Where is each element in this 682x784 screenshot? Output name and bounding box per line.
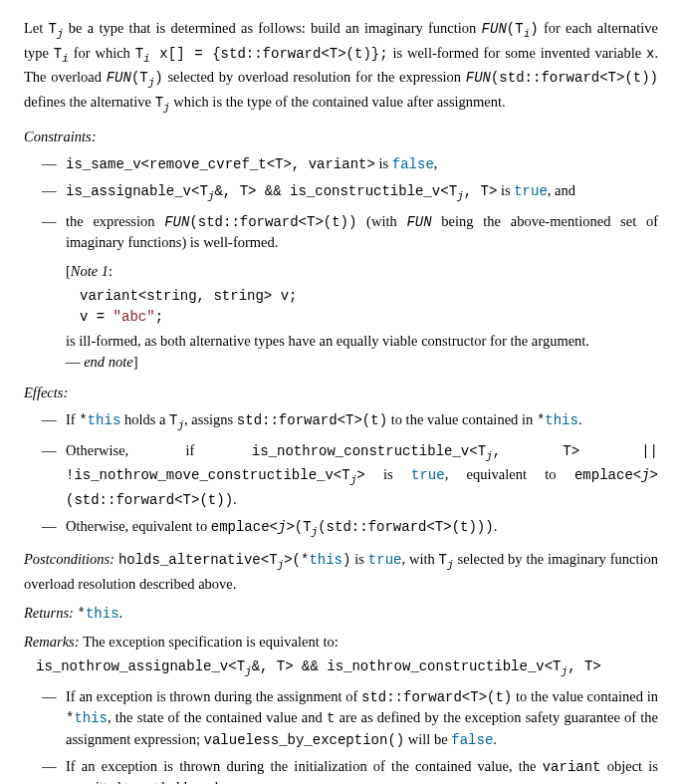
remarks-list: If an exception is thrown during the ass…	[42, 686, 658, 784]
note-code: variant<string, string> v; v = "abc";	[80, 286, 658, 327]
postconditions: Postconditions: holds_alternative<Tj>(*t…	[24, 549, 658, 595]
constraints-label: Constraints:	[24, 127, 658, 147]
effect-item: Otherwise, if is_nothrow_constructible_v…	[42, 440, 658, 511]
constraint-item: the expression FUN(std::forward<T>(t)) (…	[42, 211, 658, 253]
constraints-list: is_same_v<remove_cvref_t<T>, variant> is…	[42, 153, 658, 253]
remark-item: If an exception is thrown during the ass…	[42, 686, 658, 750]
remark-item: If an exception is thrown during the ini…	[42, 756, 658, 784]
note-block: [Note 1: variant<string, string> v; v = …	[66, 261, 658, 373]
effect-item: If *this holds a Tj, assigns std::forwar…	[42, 409, 658, 434]
effects-list: If *this holds a Tj, assigns std::forwar…	[42, 409, 658, 541]
returns: Returns: *this.	[24, 603, 658, 624]
effect-item: Otherwise, equivalent to emplace<j>(Tj(s…	[42, 516, 658, 541]
intro-paragraph: Let Tj be a type that is determined as f…	[24, 18, 658, 117]
constraint-item: is_assignable_v<Tj&, T> && is_constructi…	[42, 180, 658, 205]
constraint-item: is_same_v<remove_cvref_t<T>, variant> is…	[42, 153, 658, 174]
remarks-spec: is_nothrow_assignable_v<Tj&, T> && is_no…	[36, 656, 658, 680]
effects-label: Effects:	[24, 383, 658, 403]
remarks: Remarks: The exception specification is …	[24, 632, 658, 653]
note-text: is ill-formed, as both alternative types…	[66, 331, 658, 373]
